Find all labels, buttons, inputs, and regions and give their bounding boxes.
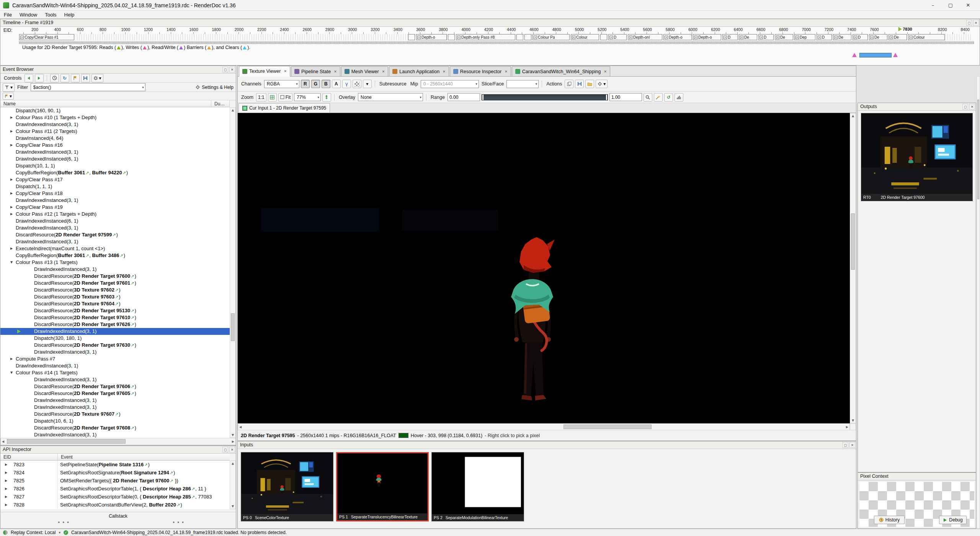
expand-icon[interactable]: ▶ (3, 493, 9, 501)
expand-icon[interactable]: ▶ (9, 128, 14, 135)
event-row[interactable]: DiscardResource(2D Render Target 97601↗) (0, 280, 230, 287)
timeline-pass-block[interactable]: +Depth-o (693, 34, 721, 40)
event-row[interactable]: DrawIndexedInstanced(3, 1) (0, 121, 230, 128)
gamma-button[interactable]: γ (342, 80, 351, 88)
scroll-left-icon[interactable]: ◀ (239, 425, 242, 429)
expand-icon[interactable]: ▼ (9, 369, 14, 376)
range-black-handle[interactable] (482, 95, 483, 100)
view-range-bar[interactable] (859, 53, 892, 57)
resource-link-icon[interactable]: ↗ (122, 170, 126, 175)
expand-icon[interactable]: + (760, 36, 763, 39)
save-texture-button[interactable] (575, 80, 584, 88)
event-row[interactable]: Dispatch(10, 1, 1) (0, 162, 230, 169)
texture-tab-cur-input[interactable]: Cur Input 1 - 2D Render Target 97595 (238, 103, 330, 113)
resource-link-icon[interactable]: ↗ (131, 274, 134, 279)
event-row[interactable]: ▼Colour Pass #13 (1 Targets) (0, 259, 230, 266)
expand-icon[interactable]: + (834, 36, 838, 39)
expand-icon[interactable]: ▶ (9, 142, 14, 149)
reset-range-button[interactable]: ↺ (664, 93, 673, 102)
close-button[interactable]: ✕ (959, 0, 977, 10)
event-row[interactable]: Dispatch(10, 6, 1) (0, 418, 230, 425)
filter-funnel-button[interactable]: ▾ (3, 83, 15, 92)
event-row[interactable]: ▼Colour Pass #14 (1 Targets) (0, 369, 230, 376)
expand-icon[interactable]: + (854, 36, 857, 39)
resource-link-icon[interactable]: ↗ (115, 302, 118, 307)
refresh-button[interactable]: ↻ (60, 74, 69, 82)
scroll-down-icon[interactable]: ▼ (850, 419, 856, 422)
expand-icon[interactable]: + (534, 36, 537, 39)
histogram-button[interactable] (675, 93, 683, 102)
float-panel-icon[interactable]: ◻ (222, 447, 228, 452)
event-row[interactable]: DiscardResource(2D Render Target 97626↗) (0, 321, 230, 328)
event-browser-hscrollbar[interactable]: ◀ ▶ (0, 438, 236, 445)
close-icon[interactable]: ✕ (334, 70, 337, 74)
expand-icon[interactable]: + (629, 36, 632, 39)
event-row[interactable]: ▶Copy/Clear Pass #16 (0, 142, 230, 149)
tab-caravansandwitch-win64-shipping[interactable]: CaravanSandWitch_Win64_Shipping✕ (512, 66, 610, 76)
event-row[interactable]: DrawIndexedInstanced(3, 1) (0, 197, 230, 204)
scrollbar-thumb[interactable] (7, 439, 126, 444)
event-row[interactable]: DrawIndexedInstanced(3, 1) (0, 349, 230, 356)
event-row[interactable]: DiscardResource(2D Render Target 97606↗) (0, 383, 230, 390)
column-header-duration[interactable]: Duration (211, 100, 230, 107)
timeline-pass-block[interactable] (600, 34, 607, 40)
menu-item-file[interactable]: File (0, 11, 16, 18)
expand-icon[interactable]: ▶ (9, 211, 14, 218)
zoom-1to1-button[interactable]: 1:1 (256, 93, 266, 102)
input-thumbnail-ps2[interactable]: PS 2 SeparateModulationBilinearTexture (431, 452, 524, 521)
minimize-button[interactable]: – (924, 0, 942, 10)
time-events-button[interactable] (50, 74, 59, 82)
expand-icon[interactable]: ▶ (9, 190, 14, 197)
maximize-button[interactable]: ▢ (942, 0, 959, 10)
event-row[interactable]: DrawIndexedInstanced(3, 1) (0, 362, 230, 369)
expand-icon[interactable]: ▶ (9, 356, 14, 362)
event-row[interactable]: DiscardResource(2D Render Target 97610↗) (0, 314, 230, 321)
scroll-up-icon[interactable]: ▲ (230, 462, 235, 465)
channel-r-button[interactable]: R (301, 80, 310, 88)
tab-mesh-viewer[interactable]: Mesh Viewer✕ (341, 66, 389, 76)
range-max-input[interactable] (609, 93, 642, 101)
expand-icon[interactable]: ▶ (3, 485, 9, 493)
close-icon[interactable]: ✕ (969, 104, 975, 110)
texture-view[interactable] (238, 113, 850, 423)
expand-icon[interactable]: + (870, 36, 874, 39)
expand-icon[interactable]: ▶ (9, 114, 14, 121)
output-thumbnail-rt0[interactable]: RT0 2D Render Target 97600 (861, 113, 973, 201)
event-row[interactable]: ▶Copy/Clear Pass #19 (0, 204, 230, 211)
event-browser-vscrollbar[interactable]: ▲ ▼ (230, 107, 236, 438)
resource-link-icon[interactable]: ↗ (170, 470, 173, 475)
range-min-input[interactable] (448, 93, 480, 101)
close-icon[interactable]: ✕ (229, 67, 235, 72)
event-row[interactable]: DrawIndexedInstanced(3, 1) (0, 397, 230, 404)
bookmarks-dropdown-button[interactable]: ▾ (3, 93, 14, 100)
scrollbar-thumb[interactable] (564, 425, 652, 429)
replay-context[interactable]: Replay Context: Local (11, 530, 56, 535)
resource-link-icon[interactable]: ↗ (170, 479, 173, 484)
expand-icon[interactable]: ▶ (9, 245, 14, 252)
next-event-button[interactable] (35, 74, 44, 82)
timeline-pass-block[interactable]: +Depth-o (416, 34, 447, 40)
timeline-pass-block[interactable]: +De (739, 34, 757, 40)
timeline-pass-block[interactable]: +De (889, 34, 907, 40)
close-icon[interactable]: ✕ (604, 70, 607, 74)
resource-link-icon[interactable]: ↗ (191, 495, 195, 500)
menu-item-help[interactable]: Help (60, 11, 78, 18)
input-thumbnail-ps0[interactable]: PS 0 SceneColorTexture (241, 452, 333, 521)
texture-settings-button[interactable]: ▾ (596, 80, 608, 88)
event-row[interactable]: ▶Colour Pass #10 (1 Targets + Depth) (0, 114, 230, 121)
event-row[interactable]: ▶Compute Pass #7 (0, 356, 230, 362)
event-row[interactable]: Dispatch(320, 180, 1) (0, 335, 230, 342)
column-header-event[interactable]: Event (58, 454, 230, 460)
splitter-grip-icon[interactable]: ● ● ● (58, 520, 70, 524)
api-event-row[interactable]: ▶7823SetPipelineState(Pipeline State 131… (0, 461, 230, 469)
tab-launch-application[interactable]: Launch Application✕ (389, 66, 449, 76)
event-row[interactable]: DiscardResource(3D Texture 97602↗) (0, 287, 230, 293)
expand-icon[interactable]: + (609, 36, 613, 39)
timeline-pass-block[interactable]: +De (869, 34, 887, 40)
open-texture-button[interactable] (585, 80, 594, 88)
channel-g-button[interactable]: G (311, 80, 320, 88)
api-event-row[interactable]: ▶7825OMSetRenderTargets({ 2D Render Targ… (0, 477, 230, 485)
expand-icon[interactable]: ▼ (9, 259, 14, 266)
expand-icon[interactable]: + (818, 36, 821, 39)
expand-icon[interactable]: + (417, 36, 421, 39)
